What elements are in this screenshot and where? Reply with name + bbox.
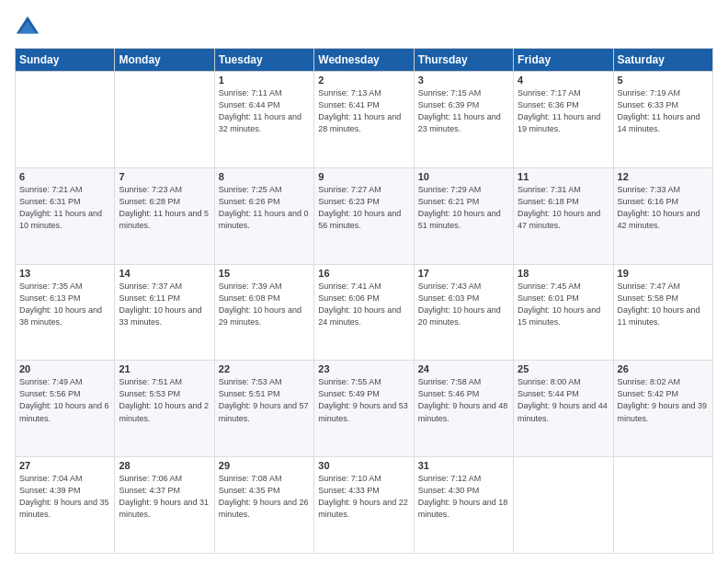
day-number: 17 — [418, 268, 509, 279]
calendar-cell: 7Sunrise: 7:23 AMSunset: 6:28 PMDaylight… — [115, 167, 214, 264]
day-number: 27 — [19, 460, 110, 471]
day-number: 16 — [318, 268, 409, 279]
calendar-cell: 2Sunrise: 7:13 AMSunset: 6:41 PMDaylight… — [314, 72, 414, 168]
calendar-header-row: SundayMondayTuesdayWednesdayThursdayFrid… — [16, 49, 713, 72]
day-info: Sunrise: 7:25 AMSunset: 6:26 PMDaylight:… — [219, 184, 310, 232]
day-info: Sunrise: 7:37 AMSunset: 6:11 PMDaylight:… — [119, 281, 210, 328]
calendar-cell: 19Sunrise: 7:47 AMSunset: 5:58 PMDayligh… — [613, 264, 712, 361]
calendar-cell: 3Sunrise: 7:15 AMSunset: 6:39 PMDaylight… — [414, 72, 513, 168]
day-number: 15 — [219, 268, 310, 279]
day-number: 30 — [318, 460, 409, 471]
calendar-cell: 28Sunrise: 7:06 AMSunset: 4:37 PMDayligh… — [115, 457, 214, 554]
day-info: Sunrise: 7:29 AMSunset: 6:21 PMDaylight:… — [418, 184, 509, 232]
day-info: Sunrise: 7:53 AMSunset: 5:51 PMDaylight:… — [219, 376, 310, 424]
day-number: 20 — [19, 363, 110, 374]
day-info: Sunrise: 7:33 AMSunset: 6:16 PMDaylight:… — [618, 184, 709, 232]
calendar-cell: 1Sunrise: 7:11 AMSunset: 6:44 PMDaylight… — [214, 72, 313, 168]
day-number: 19 — [618, 268, 709, 279]
day-number: 1 — [219, 75, 310, 86]
day-number: 3 — [418, 75, 509, 86]
calendar-week-1: 1Sunrise: 7:11 AMSunset: 6:44 PMDaylight… — [16, 72, 713, 168]
day-info: Sunrise: 7:55 AMSunset: 5:49 PMDaylight:… — [318, 376, 409, 424]
day-info: Sunrise: 8:02 AMSunset: 5:42 PMDaylight:… — [618, 376, 709, 424]
page: SundayMondayTuesdayWednesdayThursdayFrid… — [0, 0, 728, 563]
header — [15, 15, 713, 40]
day-info: Sunrise: 7:21 AMSunset: 6:31 PMDaylight:… — [19, 184, 110, 232]
day-info: Sunrise: 7:12 AMSunset: 4:30 PMDaylight:… — [418, 473, 509, 521]
day-number: 7 — [119, 171, 210, 182]
calendar-cell: 9Sunrise: 7:27 AMSunset: 6:23 PMDaylight… — [314, 167, 414, 264]
calendar-week-5: 27Sunrise: 7:04 AMSunset: 4:39 PMDayligh… — [16, 457, 713, 554]
day-info: Sunrise: 7:13 AMSunset: 6:41 PMDaylight:… — [318, 87, 409, 135]
day-number: 21 — [119, 363, 210, 374]
calendar-week-2: 6Sunrise: 7:21 AMSunset: 6:31 PMDaylight… — [16, 167, 713, 264]
day-number: 8 — [219, 171, 310, 182]
day-info: Sunrise: 7:35 AMSunset: 6:13 PMDaylight:… — [19, 281, 110, 328]
calendar-cell — [514, 457, 613, 554]
calendar-cell: 17Sunrise: 7:43 AMSunset: 6:03 PMDayligh… — [414, 264, 513, 361]
day-number: 9 — [318, 171, 409, 182]
calendar-cell: 29Sunrise: 7:08 AMSunset: 4:35 PMDayligh… — [214, 457, 313, 554]
day-number: 2 — [318, 75, 409, 86]
calendar-cell: 10Sunrise: 7:29 AMSunset: 6:21 PMDayligh… — [414, 167, 513, 264]
calendar-header-saturday: Saturday — [613, 49, 712, 72]
day-info: Sunrise: 7:27 AMSunset: 6:23 PMDaylight:… — [318, 184, 409, 232]
day-number: 6 — [19, 171, 110, 182]
day-number: 11 — [518, 171, 609, 182]
calendar-header-wednesday: Wednesday — [314, 49, 414, 72]
day-number: 22 — [219, 363, 310, 374]
calendar-cell: 12Sunrise: 7:33 AMSunset: 6:16 PMDayligh… — [613, 167, 712, 264]
day-number: 12 — [618, 171, 709, 182]
calendar-cell: 5Sunrise: 7:19 AMSunset: 6:33 PMDaylight… — [613, 72, 712, 168]
calendar-header-sunday: Sunday — [16, 49, 115, 72]
day-info: Sunrise: 7:31 AMSunset: 6:18 PMDaylight:… — [518, 184, 609, 232]
day-info: Sunrise: 7:06 AMSunset: 4:37 PMDaylight:… — [119, 473, 210, 521]
day-info: Sunrise: 7:43 AMSunset: 6:03 PMDaylight:… — [418, 281, 509, 328]
calendar-cell: 13Sunrise: 7:35 AMSunset: 6:13 PMDayligh… — [16, 264, 115, 361]
day-info: Sunrise: 7:49 AMSunset: 5:56 PMDaylight:… — [19, 376, 110, 424]
calendar-table: SundayMondayTuesdayWednesdayThursdayFrid… — [15, 48, 713, 554]
day-number: 4 — [518, 75, 609, 86]
day-number: 14 — [119, 268, 210, 279]
logo — [15, 15, 44, 40]
calendar-cell: 24Sunrise: 7:58 AMSunset: 5:46 PMDayligh… — [414, 361, 513, 457]
day-number: 29 — [219, 460, 310, 471]
calendar-cell — [115, 72, 214, 168]
calendar-header-thursday: Thursday — [414, 49, 513, 72]
day-info: Sunrise: 7:51 AMSunset: 5:53 PMDaylight:… — [119, 376, 210, 424]
calendar-cell: 11Sunrise: 7:31 AMSunset: 6:18 PMDayligh… — [514, 167, 613, 264]
day-info: Sunrise: 7:19 AMSunset: 6:33 PMDaylight:… — [618, 87, 709, 135]
day-info: Sunrise: 8:00 AMSunset: 5:44 PMDaylight:… — [518, 376, 609, 424]
day-info: Sunrise: 7:58 AMSunset: 5:46 PMDaylight:… — [418, 376, 509, 424]
calendar-cell: 4Sunrise: 7:17 AMSunset: 6:36 PMDaylight… — [514, 72, 613, 168]
day-info: Sunrise: 7:17 AMSunset: 6:36 PMDaylight:… — [518, 87, 609, 135]
day-number: 31 — [418, 460, 509, 471]
calendar-header-monday: Monday — [115, 49, 214, 72]
calendar-week-3: 13Sunrise: 7:35 AMSunset: 6:13 PMDayligh… — [16, 264, 713, 361]
calendar-cell: 21Sunrise: 7:51 AMSunset: 5:53 PMDayligh… — [115, 361, 214, 457]
day-info: Sunrise: 7:04 AMSunset: 4:39 PMDaylight:… — [19, 473, 110, 521]
calendar-cell: 30Sunrise: 7:10 AMSunset: 4:33 PMDayligh… — [314, 457, 414, 554]
calendar-cell: 15Sunrise: 7:39 AMSunset: 6:08 PMDayligh… — [214, 264, 313, 361]
calendar-cell: 26Sunrise: 8:02 AMSunset: 5:42 PMDayligh… — [613, 361, 712, 457]
calendar-header-tuesday: Tuesday — [214, 49, 313, 72]
day-info: Sunrise: 7:11 AMSunset: 6:44 PMDaylight:… — [219, 87, 310, 135]
calendar-cell: 20Sunrise: 7:49 AMSunset: 5:56 PMDayligh… — [16, 361, 115, 457]
day-info: Sunrise: 7:10 AMSunset: 4:33 PMDaylight:… — [318, 473, 409, 521]
day-number: 24 — [418, 363, 509, 374]
calendar-week-4: 20Sunrise: 7:49 AMSunset: 5:56 PMDayligh… — [16, 361, 713, 457]
calendar-cell: 16Sunrise: 7:41 AMSunset: 6:06 PMDayligh… — [314, 264, 414, 361]
calendar-cell: 14Sunrise: 7:37 AMSunset: 6:11 PMDayligh… — [115, 264, 214, 361]
day-info: Sunrise: 7:15 AMSunset: 6:39 PMDaylight:… — [418, 87, 509, 135]
day-number: 18 — [518, 268, 609, 279]
calendar-header-friday: Friday — [514, 49, 613, 72]
calendar-cell: 27Sunrise: 7:04 AMSunset: 4:39 PMDayligh… — [16, 457, 115, 554]
day-info: Sunrise: 7:39 AMSunset: 6:08 PMDaylight:… — [219, 281, 310, 328]
day-number: 25 — [518, 363, 609, 374]
logo-icon — [15, 15, 40, 40]
day-info: Sunrise: 7:45 AMSunset: 6:01 PMDaylight:… — [518, 281, 609, 328]
calendar-cell: 31Sunrise: 7:12 AMSunset: 4:30 PMDayligh… — [414, 457, 513, 554]
day-number: 28 — [119, 460, 210, 471]
calendar-cell: 6Sunrise: 7:21 AMSunset: 6:31 PMDaylight… — [16, 167, 115, 264]
day-number: 10 — [418, 171, 509, 182]
